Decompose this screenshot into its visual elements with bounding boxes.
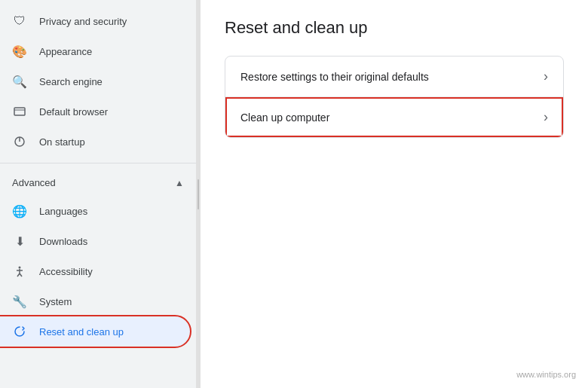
main-content: Reset and clean up Restore settings to t… (201, 0, 588, 388)
reset-icon (12, 324, 27, 339)
advanced-section-header[interactable]: Advanced ▲ (0, 170, 196, 196)
sidebar-item-on-startup[interactable]: On startup (0, 127, 190, 157)
sidebar-item-label: Default browser (39, 106, 108, 118)
sidebar-item-appearance[interactable]: 🎨 Appearance (0, 36, 190, 66)
sidebar-resize-handle[interactable] (196, 0, 201, 388)
advanced-label: Advanced (12, 177, 56, 188)
chevron-right-icon: › (544, 69, 548, 84)
cleanup-computer-label: Clean up computer (240, 112, 329, 124)
sidebar-item-label: On startup (39, 136, 85, 148)
sidebar-item-label: Privacy and security (39, 16, 127, 27)
startup-icon (12, 134, 27, 149)
system-icon: 🔧 (12, 294, 27, 309)
sidebar-item-system[interactable]: 🔧 System (0, 286, 190, 316)
sidebar-item-reset[interactable]: Reset and clean up (0, 316, 190, 347)
sidebar-item-label: Accessibility (39, 266, 93, 277)
sidebar-item-privacy[interactable]: 🛡 Privacy and security (0, 6, 190, 36)
sidebar-item-label: System (39, 296, 72, 307)
page-title: Reset and clean up (225, 18, 564, 38)
cleanup-computer-row[interactable]: Clean up computer › (225, 97, 563, 137)
svg-point-4 (19, 267, 21, 269)
sidebar-item-accessibility[interactable]: Accessibility (0, 256, 190, 286)
downloads-icon: ⬇ (12, 234, 27, 249)
sidebar-item-label: Search engine (39, 76, 103, 87)
sidebar-item-search[interactable]: 🔍 Search engine (0, 66, 190, 96)
chevron-right-icon: › (544, 109, 548, 125)
settings-card: Restore settings to their original defau… (225, 56, 564, 138)
sidebar-item-default-browser[interactable]: Default browser (0, 96, 190, 127)
sidebar-item-languages[interactable]: 🌐 Languages (0, 196, 190, 226)
default-browser-icon (12, 104, 27, 119)
sidebar-item-label: Appearance (39, 46, 92, 57)
svg-line-8 (20, 273, 22, 276)
section-divider (0, 163, 196, 163)
sidebar-item-label: Reset and clean up (39, 326, 124, 338)
appearance-icon: 🎨 (12, 44, 27, 59)
sidebar-item-downloads[interactable]: ⬇ Downloads (0, 226, 190, 256)
svg-rect-0 (14, 108, 25, 115)
sidebar: 🛡 Privacy and security 🎨 Appearance 🔍 Se… (0, 0, 196, 388)
accessibility-icon (12, 264, 27, 279)
sidebar-item-label: Languages (39, 206, 87, 217)
restore-settings-label: Restore settings to their original defau… (240, 71, 429, 83)
chevron-up-icon: ▲ (175, 178, 184, 188)
search-icon: 🔍 (12, 74, 27, 89)
languages-icon: 🌐 (12, 203, 27, 218)
sidebar-item-label: Downloads (39, 236, 87, 247)
restore-settings-row[interactable]: Restore settings to their original defau… (225, 57, 563, 97)
privacy-icon: 🛡 (12, 14, 27, 29)
